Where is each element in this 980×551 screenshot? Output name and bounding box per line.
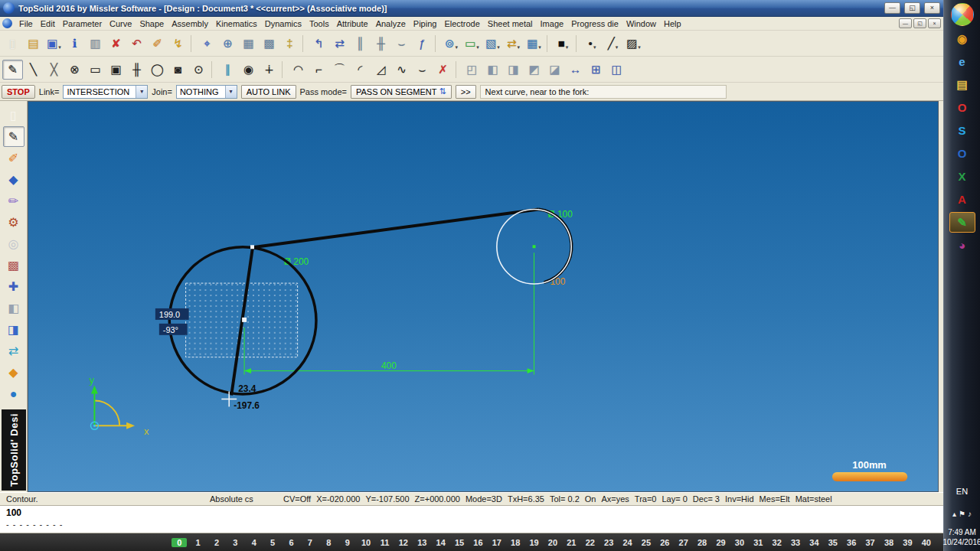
machine-tool[interactable]: ⚙ [3, 212, 24, 233]
command-area[interactable]: 100 - - - - - - - - - [0, 506, 943, 533]
top-tangent-line[interactable] [253, 209, 538, 247]
page-number[interactable]: 23 [599, 538, 618, 547]
keys-button[interactable]: ‡ [279, 34, 300, 54]
page-number[interactable]: 20 [544, 538, 562, 547]
belt-arc[interactable] [539, 209, 572, 282]
link-dropdown[interactable]: INTERSECTION ▾ [63, 85, 148, 99]
page-number[interactable]: 8 [319, 538, 338, 547]
transfer-tool[interactable]: ⇄ [3, 341, 24, 361]
mdi-restore-button[interactable]: ◱ [913, 18, 926, 28]
circle-tool-button[interactable]: ⊙ [188, 60, 209, 80]
page-number[interactable]: 1 [188, 538, 207, 547]
spline-tool-button[interactable]: ∿ [391, 60, 412, 80]
point-tool-button[interactable]: ∔ [259, 60, 279, 80]
excel-icon[interactable]: X [949, 166, 975, 187]
restore-button[interactable]: ◱ [904, 2, 920, 14]
menu-item[interactable]: Electrode [440, 18, 483, 29]
drawing-viewport[interactable]: 400 100 Ø 100 Ø 200 [28, 101, 939, 492]
page-number[interactable]: 12 [394, 538, 413, 547]
delete-curve-button[interactable]: ✗ [433, 60, 453, 80]
close-button[interactable]: × [924, 2, 940, 14]
menu-item[interactable]: Parameter [59, 18, 106, 29]
auto-link-button[interactable]: AUTO LINK [241, 85, 296, 99]
mdi-minimize-button[interactable]: — [899, 18, 912, 28]
internet-explorer-icon[interactable]: e [949, 51, 975, 72]
menu-item[interactable]: Attribute [333, 18, 372, 29]
start-button[interactable] [951, 3, 974, 26]
page-number[interactable]: 18 [506, 538, 524, 547]
table-view-button[interactable]: ▦ [524, 34, 544, 54]
delete-button[interactable]: ✘ [106, 34, 126, 54]
ellipse-tool-button[interactable]: ◯ [147, 60, 168, 80]
compass-button[interactable]: ⌖ [197, 34, 217, 54]
page-number[interactable]: 33 [786, 538, 805, 547]
dimension-tool-button[interactable]: ↔ [565, 60, 586, 80]
outlook-icon[interactable]: O [949, 143, 975, 164]
corner-tool-button[interactable]: ⌐ [309, 60, 329, 80]
menu-item[interactable]: Curve [106, 18, 136, 29]
hatch-grid-button[interactable]: ▦ [238, 34, 259, 54]
page-number[interactable]: 19 [524, 538, 543, 547]
axis-tool-button[interactable]: ╫ [126, 60, 147, 80]
arc-3pt-button[interactable]: ⌒ [329, 60, 350, 80]
page-number[interactable]: 27 [675, 538, 693, 547]
menu-item[interactable]: Analyze [372, 18, 410, 29]
line-style-button[interactable]: ╱ [603, 34, 623, 54]
frame-tool-button[interactable]: ▣ [106, 60, 126, 80]
point-target-button[interactable]: ◉ [238, 60, 259, 80]
wedge-tool[interactable]: ◆ [3, 362, 24, 383]
mdi-close-button[interactable]: × [928, 18, 941, 28]
menu-item[interactable]: Dynamics [261, 18, 305, 29]
palette-tool[interactable]: ▩ [3, 255, 24, 276]
line-tool-button[interactable]: ╲ [23, 60, 44, 80]
page-number[interactable]: 32 [767, 538, 786, 547]
fillet-tool-button[interactable]: ◜ [350, 60, 371, 80]
point-on-curve-button[interactable]: ⊗ [64, 60, 85, 80]
chrome-icon[interactable]: ◉ [949, 28, 975, 49]
menu-item[interactable]: Help [660, 18, 685, 29]
slot-tool-button[interactable]: ◙ [168, 60, 188, 80]
volume-icon[interactable]: ♪ [968, 510, 972, 518]
arc-tool-button[interactable]: ◠ [288, 60, 309, 80]
menu-item[interactable]: Progress die [567, 18, 622, 29]
swap-view-button[interactable]: ⇄ [503, 34, 524, 54]
grab-tool-button[interactable]: ⌣ [391, 34, 412, 54]
info-document-button[interactable]: ℹ [64, 34, 85, 54]
stats-tool-button[interactable]: ◫ [606, 60, 627, 80]
pdf-reader-icon[interactable]: A [949, 189, 975, 210]
page-number[interactable]: 15 [450, 538, 469, 547]
join-dropdown[interactable]: NOTHING ▾ [176, 85, 237, 99]
page-number[interactable]: 24 [618, 538, 636, 547]
view-target-button[interactable]: ⊚ [441, 34, 462, 54]
page-number[interactable]: 40 [917, 538, 936, 547]
clock[interactable]: 7:49 AM 10/24/2016 [942, 527, 980, 547]
page-number[interactable]: 17 [488, 538, 506, 547]
rectangle-tool-button[interactable]: ▭ [85, 60, 106, 80]
minimize-button[interactable]: — [884, 2, 900, 14]
view-iso-4-button[interactable]: ◪ [544, 60, 565, 80]
kinematic-arrows-button[interactable]: ⇄ [329, 34, 350, 54]
menu-item[interactable]: Edit [37, 18, 59, 29]
edit-pencil-button[interactable]: ✐ [147, 34, 168, 54]
skype-icon[interactable]: S [949, 120, 975, 141]
topsolid-app-icon[interactable]: ✎ [949, 212, 975, 233]
cursor-arrows-button[interactable]: ↰ [309, 34, 329, 54]
point-style-button[interactable]: • [582, 34, 603, 54]
page-number[interactable]: 26 [655, 538, 674, 547]
page-number[interactable]: 6 [282, 538, 300, 547]
drawing-canvas[interactable]: 400 100 Ø 100 Ø 200 [28, 102, 938, 491]
page-number[interactable]: 9 [338, 538, 357, 547]
page-number[interactable]: 14 [431, 538, 449, 547]
hatch-grid-2-button[interactable]: ▩ [259, 34, 279, 54]
page-number[interactable]: 0 [172, 538, 187, 547]
action-center-icon[interactable]: ⚑ [959, 510, 965, 518]
view-iso-2-button[interactable]: ◨ [503, 60, 524, 80]
sphere-tool[interactable]: ● [3, 383, 24, 404]
view-iso-1-button[interactable]: ◧ [482, 60, 503, 80]
helper-tool[interactable]: ✚ [3, 276, 24, 297]
page-number[interactable]: 29 [711, 538, 730, 547]
page-number[interactable]: 13 [413, 538, 431, 547]
menu-item[interactable]: Piping [410, 18, 441, 29]
page-number[interactable]: 31 [749, 538, 767, 547]
solid-tool[interactable]: ◆ [3, 169, 24, 190]
